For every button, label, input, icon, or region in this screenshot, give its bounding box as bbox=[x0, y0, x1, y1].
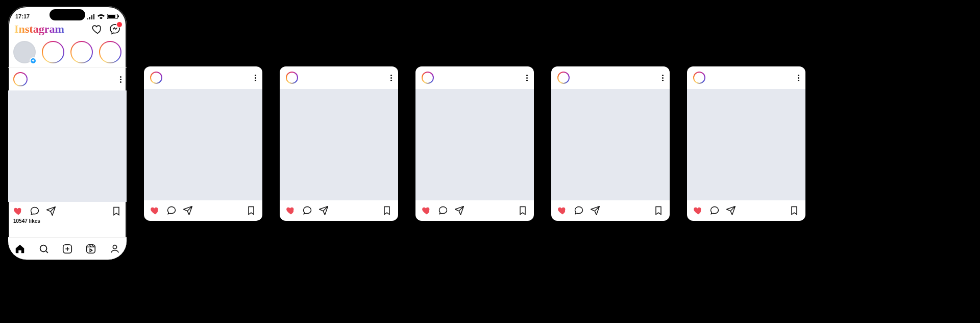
post-more-button[interactable] bbox=[390, 75, 392, 81]
post-image[interactable] bbox=[280, 89, 398, 200]
post-author-avatar[interactable] bbox=[557, 72, 570, 84]
post-image[interactable] bbox=[551, 89, 670, 200]
messenger-badge bbox=[116, 21, 122, 28]
tab-home-icon[interactable] bbox=[14, 243, 26, 255]
share-icon[interactable] bbox=[726, 205, 736, 216]
post-more-button[interactable] bbox=[120, 76, 121, 83]
wifi-icon bbox=[97, 14, 105, 19]
post-more-button[interactable] bbox=[526, 75, 528, 81]
like-heart-icon[interactable] bbox=[13, 206, 23, 216]
add-story-icon: + bbox=[30, 57, 37, 64]
post-image[interactable] bbox=[144, 89, 262, 200]
like-heart-icon[interactable] bbox=[693, 205, 703, 216]
tab-create-icon[interactable] bbox=[62, 243, 73, 255]
battery-icon bbox=[107, 14, 119, 19]
post-author-avatar[interactable] bbox=[286, 72, 298, 84]
bookmark-icon[interactable] bbox=[111, 206, 121, 216]
share-icon[interactable] bbox=[183, 205, 193, 216]
bookmark-icon[interactable] bbox=[518, 205, 528, 216]
phone-notch bbox=[50, 9, 85, 20]
tab-search-icon[interactable] bbox=[38, 243, 50, 255]
like-heart-icon[interactable] bbox=[150, 205, 160, 216]
signal-icon bbox=[87, 13, 95, 19]
post-card bbox=[144, 66, 262, 221]
stories-row[interactable]: + bbox=[8, 39, 127, 68]
post-card bbox=[687, 66, 805, 221]
post-image[interactable] bbox=[415, 89, 534, 200]
post-author-avatar[interactable] bbox=[150, 72, 162, 84]
post-cards-row bbox=[144, 66, 805, 221]
comment-icon[interactable] bbox=[709, 205, 720, 216]
post-author-avatar[interactable] bbox=[13, 72, 28, 86]
story-item[interactable] bbox=[70, 41, 93, 63]
messenger-button[interactable] bbox=[109, 24, 120, 35]
bookmark-icon[interactable] bbox=[653, 205, 664, 216]
comment-icon[interactable] bbox=[166, 205, 177, 216]
bookmark-icon[interactable] bbox=[246, 205, 256, 216]
feed-post: 10547 likes bbox=[8, 68, 127, 227]
share-icon[interactable] bbox=[590, 205, 600, 216]
post-author-avatar[interactable] bbox=[422, 72, 434, 84]
like-heart-icon[interactable] bbox=[422, 205, 432, 216]
story-item[interactable] bbox=[42, 41, 64, 63]
instagram-logo[interactable]: Instagram bbox=[14, 22, 64, 36]
post-card bbox=[415, 66, 534, 221]
tab-profile-icon[interactable] bbox=[109, 243, 120, 255]
bookmark-icon[interactable] bbox=[789, 205, 799, 216]
comment-icon[interactable] bbox=[574, 205, 584, 216]
tab-bar bbox=[8, 237, 127, 260]
post-card bbox=[280, 66, 398, 221]
comment-icon[interactable] bbox=[30, 206, 40, 216]
activity-heart-icon[interactable] bbox=[92, 24, 103, 35]
comment-icon[interactable] bbox=[302, 205, 312, 216]
post-more-button[interactable] bbox=[662, 75, 664, 81]
post-author-avatar[interactable] bbox=[693, 72, 705, 84]
story-item[interactable] bbox=[99, 41, 121, 63]
comment-icon[interactable] bbox=[438, 205, 448, 216]
status-time: 17:17 bbox=[15, 13, 30, 19]
story-own[interactable]: + bbox=[13, 41, 36, 63]
bookmark-icon[interactable] bbox=[382, 205, 392, 216]
phone-frame: 17:17 Instagram + bbox=[6, 4, 129, 262]
share-icon[interactable] bbox=[318, 205, 329, 216]
like-heart-icon[interactable] bbox=[286, 205, 296, 216]
post-more-button[interactable] bbox=[798, 75, 799, 81]
post-image[interactable] bbox=[687, 89, 805, 200]
share-icon[interactable] bbox=[454, 205, 464, 216]
tab-reels-icon[interactable] bbox=[85, 243, 96, 255]
share-icon[interactable] bbox=[46, 206, 56, 216]
likes-count[interactable]: 10547 likes bbox=[8, 217, 127, 227]
post-more-button[interactable] bbox=[255, 75, 256, 81]
app-header: Instagram bbox=[8, 20, 127, 39]
post-card bbox=[551, 66, 670, 221]
like-heart-icon[interactable] bbox=[557, 205, 568, 216]
post-image[interactable] bbox=[8, 90, 127, 202]
